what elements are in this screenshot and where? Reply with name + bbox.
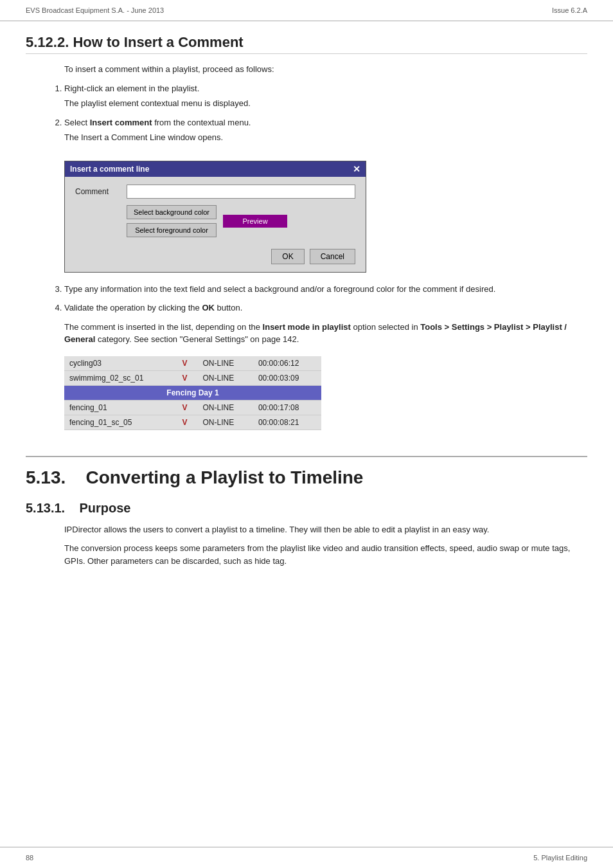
playlist-table: cycling03 V ON-LINE 00:00:06:12 swimmimg… xyxy=(64,356,321,430)
step-2-sub: The Insert a Comment Line window opens. xyxy=(64,131,587,144)
row-name: fencing_01_sc_05 xyxy=(64,415,177,429)
color-section: Select background color Select foregroun… xyxy=(127,205,355,237)
step-2-text-before: Select xyxy=(64,118,90,127)
outro-after1: option selected in xyxy=(351,322,420,332)
steps-list-3: Type any information into the text field… xyxy=(64,283,587,296)
comment-cell: Fencing Day 1 xyxy=(64,385,321,400)
comment-label: Comment xyxy=(75,185,127,196)
section-5131: 5.13.1. Purpose IPDirector allows the us… xyxy=(26,501,587,568)
dialog-title: Insert a comment line xyxy=(70,165,149,174)
step-3-text: Type any information into the text field… xyxy=(64,284,495,294)
row-check: V xyxy=(177,356,197,371)
row-status: ON-LINE xyxy=(198,415,253,429)
row-status: ON-LINE xyxy=(198,356,253,371)
section-5131-title: Purpose xyxy=(79,501,130,515)
section-5131-para2: The conversion process keeps some parame… xyxy=(64,542,587,567)
row-name: cycling03 xyxy=(64,356,177,371)
row-check: V xyxy=(177,370,197,385)
page-content: 5.12.2. How to Insert a Comment To inser… xyxy=(0,21,613,625)
preview-box: Preview xyxy=(223,215,287,228)
section-512-intro: To insert a comment within a playlist, p… xyxy=(64,63,587,76)
outro-before: The comment is inserted in the list, dep… xyxy=(64,322,263,332)
step-2-text-after: from the contextual menu. xyxy=(152,118,251,127)
ok-button[interactable]: OK xyxy=(271,249,304,264)
section-513-title: Converting a Playlist to Timeline xyxy=(85,467,363,487)
section-512-number: 5.12.2. xyxy=(26,34,69,50)
dialog-footer: OK Cancel xyxy=(75,244,355,264)
section-5131-number: 5.13.1. xyxy=(26,501,65,515)
section-512-heading: 5.12.2. How to Insert a Comment xyxy=(26,34,587,54)
row-time: 00:00:06:12 xyxy=(253,356,321,371)
outro-end: category. See section "General Settings"… xyxy=(95,334,299,344)
step-3: Type any information into the text field… xyxy=(64,283,587,296)
step-1: Right-click an element in the playlist. … xyxy=(64,82,587,110)
outro-bold1: Insert mode in playlist xyxy=(263,322,351,332)
color-buttons: Select background color Select foregroun… xyxy=(127,205,217,237)
table-row: fencing_01 V ON-LINE 00:00:17:08 xyxy=(64,400,321,415)
comment-input[interactable] xyxy=(127,185,355,199)
row-time: 00:00:03:09 xyxy=(253,370,321,385)
footer-right: 5. Playlist Editing xyxy=(533,854,587,862)
step-4-after: button. xyxy=(215,303,242,312)
steps-list-2: Select Insert comment from the contextua… xyxy=(64,116,587,144)
step-4-before: Validate the operation by clicking the xyxy=(64,303,202,312)
outro-para: The comment is inserted in the list, dep… xyxy=(64,321,587,346)
insert-comment-dialog: Insert a comment line ✕ Comment Select b… xyxy=(64,161,366,273)
table-row: fencing_01_sc_05 V ON-LINE 00:00:08:21 xyxy=(64,415,321,429)
steps-list: Right-click an element in the playlist. … xyxy=(64,82,587,110)
header-left: EVS Broadcast Equipment S.A. - June 2013 xyxy=(26,6,164,14)
header-right: Issue 6.2.A xyxy=(552,6,587,14)
section-512-title: How to Insert a Comment xyxy=(73,34,243,50)
row-check: V xyxy=(177,415,197,429)
section-5131-heading: 5.13.1. Purpose xyxy=(26,501,587,516)
step-1-sub: The playlist element contextual menu is … xyxy=(64,97,587,110)
section-512: 5.12.2. How to Insert a Comment To inser… xyxy=(26,34,587,430)
section-513-number: 5.13. xyxy=(26,467,66,487)
row-name: fencing_01 xyxy=(64,400,177,415)
page-footer: 88 5. Playlist Editing xyxy=(0,847,613,868)
table-row: cycling03 V ON-LINE 00:00:06:12 xyxy=(64,356,321,371)
row-status: ON-LINE xyxy=(198,370,253,385)
comment-row: Comment xyxy=(75,185,355,199)
dialog-wrapper: Insert a comment line ✕ Comment Select b… xyxy=(64,161,366,273)
row-check: V xyxy=(177,400,197,415)
section-513-heading: 5.13. Converting a Playlist to Timeline xyxy=(26,467,587,488)
step-4-bold: OK xyxy=(202,303,215,312)
steps-list-4: Validate the operation by clicking the O… xyxy=(64,302,587,314)
playlist-wrapper: cycling03 V ON-LINE 00:00:06:12 swimmimg… xyxy=(64,356,321,430)
footer-left: 88 xyxy=(26,854,33,862)
playlist-tbody: cycling03 V ON-LINE 00:00:06:12 swimmimg… xyxy=(64,356,321,430)
dialog-titlebar: Insert a comment line ✕ xyxy=(65,161,366,177)
table-row-comment: Fencing Day 1 xyxy=(64,385,321,400)
dialog-body: Comment Select background color Select f… xyxy=(65,177,366,272)
row-time: 00:00:17:08 xyxy=(253,400,321,415)
section-513: 5.13. Converting a Playlist to Timeline … xyxy=(26,456,587,568)
table-row: swimmimg_02_sc_01 V ON-LINE 00:00:03:09 xyxy=(64,370,321,385)
select-bg-color-button[interactable]: Select background color xyxy=(127,205,217,219)
close-icon[interactable]: ✕ xyxy=(353,165,360,174)
step-1-text: Right-click an element in the playlist. xyxy=(64,84,199,93)
section-5131-para1: IPDirector allows the users to convert a… xyxy=(64,523,587,536)
step-2: Select Insert comment from the contextua… xyxy=(64,116,587,144)
cancel-button[interactable]: Cancel xyxy=(310,249,355,264)
step-2-bold: Insert comment xyxy=(90,118,152,127)
row-status: ON-LINE xyxy=(198,400,253,415)
step-4: Validate the operation by clicking the O… xyxy=(64,302,587,314)
select-fg-color-button[interactable]: Select foreground color xyxy=(127,223,217,237)
row-time: 00:00:08:21 xyxy=(253,415,321,429)
row-name: swimmimg_02_sc_01 xyxy=(64,370,177,385)
page-header: EVS Broadcast Equipment S.A. - June 2013… xyxy=(0,0,613,21)
